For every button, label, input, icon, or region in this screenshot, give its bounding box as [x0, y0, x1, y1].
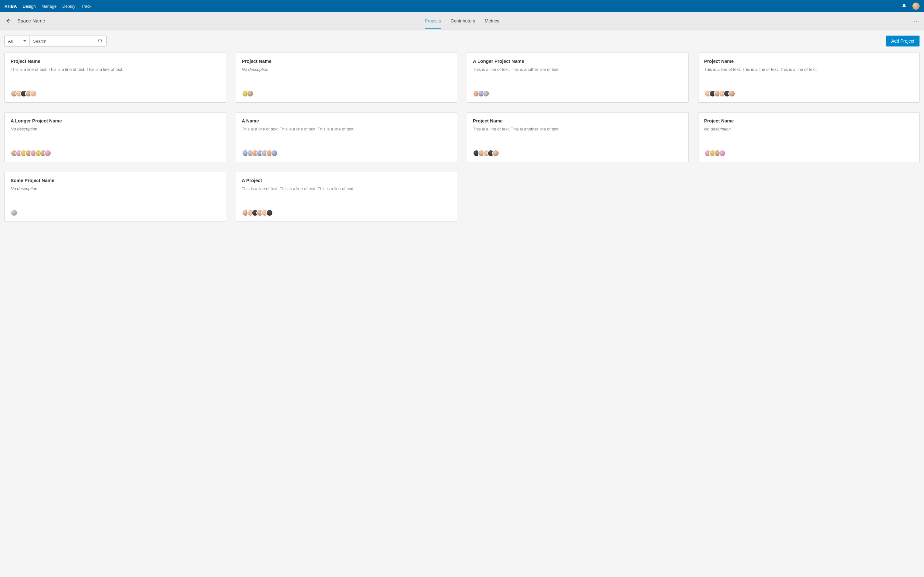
contributor-avatar[interactable] — [30, 90, 37, 97]
project-card[interactable]: A ProjectThis is a line of text. This is… — [236, 172, 457, 222]
project-card-description: No description — [11, 126, 178, 132]
contributor-avatar[interactable] — [492, 150, 499, 157]
project-card-contributors — [242, 145, 451, 157]
chevron-down-icon — [23, 39, 26, 43]
project-card-description: This is a line of text. This is a line o… — [704, 66, 872, 73]
project-card-title: Some Project Name — [11, 178, 220, 183]
project-card-contributors — [11, 205, 220, 216]
space-tab-projects[interactable]: Projects — [425, 12, 441, 29]
project-card-title: Project Name — [11, 59, 220, 64]
contributor-avatar[interactable] — [483, 90, 489, 97]
add-project-button[interactable]: Add Project — [886, 35, 919, 47]
project-card-description: This is a line of text. This is a line o… — [242, 185, 409, 192]
filter-dropdown-value: All — [8, 39, 13, 44]
project-card[interactable]: Project NameThis is a line of text. This… — [467, 112, 688, 162]
arrow-left-icon — [5, 18, 11, 24]
search-box[interactable] — [29, 35, 107, 47]
projects-grid: Project NameThis is a line of text. This… — [0, 53, 924, 235]
filter-dropdown[interactable]: All — [5, 35, 29, 47]
project-card-description: No description — [704, 126, 872, 132]
project-card-title: Project Name — [473, 118, 682, 123]
contributor-avatar[interactable] — [271, 150, 278, 157]
project-card-title: A Longer Project Name — [11, 118, 220, 123]
brand-logo[interactable]: RHBA — [5, 4, 17, 9]
project-card-description: No description — [11, 185, 178, 192]
contributor-avatar[interactable] — [11, 210, 18, 216]
project-card[interactable]: A NameThis is a line of text. This is a … — [236, 112, 457, 162]
topbar-tab-deploy[interactable]: Deploy — [62, 4, 75, 9]
project-card-description: This is a line of text. This is a line o… — [11, 66, 178, 73]
space-tabs: ProjectsContributorsMetrics — [425, 12, 499, 29]
project-card-description: This is a line of text. This is a line o… — [242, 126, 409, 132]
project-card-title: Project Name — [242, 59, 451, 64]
project-card-contributors — [11, 145, 220, 157]
project-card-description: No description — [242, 66, 409, 73]
project-card-contributors — [242, 85, 451, 97]
space-tab-metrics[interactable]: Metrics — [485, 12, 499, 29]
contributor-avatar[interactable] — [44, 150, 51, 157]
project-card[interactable]: Some Project NameNo description — [5, 172, 226, 222]
space-tab-contributors[interactable]: Contributors — [451, 12, 475, 29]
search-icon[interactable] — [98, 39, 103, 44]
project-card[interactable]: A Longer Project NameThis is a line of t… — [467, 53, 688, 103]
contributor-avatar[interactable] — [719, 150, 726, 157]
contributor-avatar[interactable] — [247, 90, 254, 97]
top-navbar-right — [901, 3, 919, 10]
project-card[interactable]: A Longer Project NameNo description — [5, 112, 226, 162]
project-card-title: Project Name — [704, 118, 914, 123]
space-header: Space Name ProjectsContributorsMetrics ⋯ — [0, 12, 924, 29]
project-card[interactable]: Project NameThis is a line of text. This… — [5, 53, 226, 103]
project-card-title: A Name — [242, 118, 451, 123]
project-card-description: This is a line of text. This is another … — [473, 126, 640, 132]
project-card-contributors — [704, 85, 914, 97]
top-navbar-left: RHBA DesignManageDeployTrack — [5, 4, 91, 9]
topbar-tab-manage[interactable]: Manage — [41, 4, 57, 9]
contributor-avatar[interactable] — [728, 90, 735, 97]
project-card-description: This is a line of text. This is another … — [473, 66, 640, 73]
project-card[interactable]: Project NameThis is a line of text. This… — [698, 53, 920, 103]
project-card-title: Project Name — [704, 59, 914, 64]
project-card-contributors — [473, 145, 682, 157]
topbar-tab-design[interactable]: Design — [23, 4, 36, 9]
project-card-contributors — [242, 205, 451, 216]
space-name: Space Name — [17, 18, 45, 23]
notifications-icon[interactable] — [901, 3, 907, 9]
back-button[interactable] — [5, 17, 12, 25]
project-card-title: A Project — [242, 178, 451, 183]
topbar-tab-track[interactable]: Track — [81, 4, 91, 9]
projects-toolbar: All Add Project — [0, 29, 924, 53]
top-navbar: RHBA DesignManageDeployTrack — [0, 0, 924, 12]
filter-search-group: All — [5, 35, 107, 47]
project-card-contributors — [11, 85, 220, 97]
search-input[interactable] — [33, 39, 98, 44]
project-card-contributors — [473, 85, 682, 97]
user-avatar[interactable] — [913, 3, 919, 10]
project-card[interactable]: Project NameNo description — [236, 53, 457, 103]
project-card-title: A Longer Project Name — [473, 59, 682, 64]
contributor-avatar[interactable] — [266, 210, 273, 216]
more-options-button[interactable]: ⋯ — [913, 17, 919, 24]
project-card-contributors — [704, 145, 914, 157]
project-card[interactable]: Project NameNo description — [698, 112, 920, 162]
